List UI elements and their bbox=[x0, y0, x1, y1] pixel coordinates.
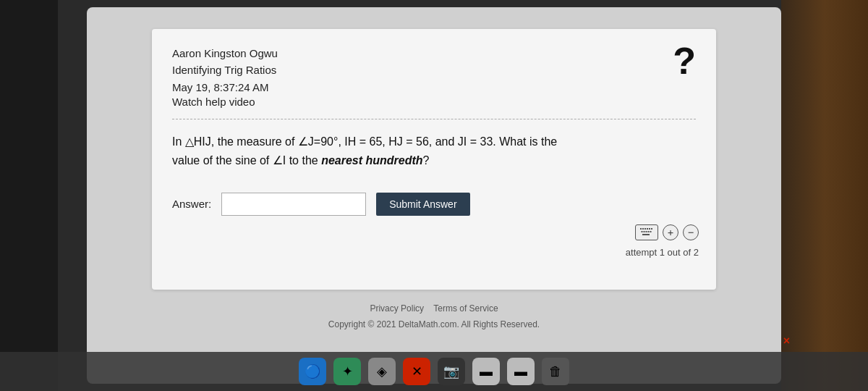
help-question-mark[interactable]: ? bbox=[673, 42, 696, 80]
zoom-in-button[interactable]: + bbox=[663, 224, 678, 240]
content-card: Aaron Kingston Ogwu Identifying Trig Rat… bbox=[152, 29, 716, 290]
keyboard-svg bbox=[640, 228, 653, 237]
dock-icon-app4[interactable]: ▬ bbox=[472, 358, 500, 385]
dock-finder-icon: 🔵 bbox=[305, 363, 320, 379]
svg-rect-7 bbox=[644, 231, 645, 232]
student-topic: Identifying Trig Ratios bbox=[172, 62, 278, 78]
keyboard-icon[interactable] bbox=[635, 224, 658, 240]
dock-icon-camera[interactable]: 📷 bbox=[438, 358, 465, 385]
svg-rect-8 bbox=[646, 231, 647, 232]
privacy-policy-link[interactable]: Privacy Policy bbox=[370, 303, 424, 314]
footer-copyright: Copyright © 2021 DeltaMath.com. All Righ… bbox=[328, 317, 540, 333]
monitor: Aaron Kingston Ogwu Identifying Trig Rat… bbox=[87, 7, 781, 384]
svg-rect-0 bbox=[640, 228, 642, 230]
svg-rect-2 bbox=[644, 228, 646, 230]
footer-links: Privacy Policy Terms of Service bbox=[328, 301, 540, 317]
svg-rect-4 bbox=[649, 228, 650, 230]
student-info: Aaron Kingston Ogwu Identifying Trig Rat… bbox=[172, 45, 278, 96]
dock-app3-icon: ✕ bbox=[412, 363, 422, 379]
footer: Privacy Policy Terms of Service Copyrigh… bbox=[328, 301, 540, 332]
watch-help-link[interactable]: Watch help video bbox=[172, 96, 255, 108]
problem-text: In △HIJ, the measure of ∠J=90°, IH = 65,… bbox=[172, 133, 696, 171]
bg-left bbox=[0, 0, 58, 391]
terms-of-service-link[interactable]: Terms of Service bbox=[433, 303, 498, 314]
problem-line1: In △HIJ, the measure of ∠J=90°, IH = 65,… bbox=[172, 135, 557, 148]
dock-bar: 🔵 ✦ ◈ ✕ 📷 ▬ ▬ 🗑 bbox=[0, 352, 868, 391]
toolbar-row: + − bbox=[635, 224, 699, 240]
dock-app1-icon: ✦ bbox=[342, 363, 353, 379]
student-datetime: May 19, 8:37:24 AM bbox=[172, 79, 278, 96]
student-name: Aaron Kingston Ogwu bbox=[172, 45, 278, 62]
dock-icon-app1[interactable]: ✦ bbox=[333, 358, 361, 385]
problem-italic: nearest hundredth bbox=[321, 154, 422, 167]
svg-rect-9 bbox=[648, 231, 650, 232]
answer-input[interactable] bbox=[221, 193, 366, 216]
dock-icon-trash[interactable]: 🗑 bbox=[542, 358, 569, 385]
problem-line2: value of the sine of ∠I to the nearest h… bbox=[172, 154, 430, 167]
dock-app5-icon: ▬ bbox=[514, 364, 527, 379]
dock-icon-app5[interactable]: ▬ bbox=[507, 358, 535, 385]
attempt-text: attempt 1 out of 2 bbox=[626, 247, 699, 258]
dock-app2-icon: ◈ bbox=[377, 363, 387, 379]
answer-row: Answer: Submit Answer bbox=[172, 193, 696, 216]
dock-trash-icon: 🗑 bbox=[549, 364, 562, 379]
svg-rect-10 bbox=[650, 231, 652, 232]
submit-button[interactable]: Submit Answer bbox=[376, 193, 469, 216]
dock-app4-icon: ▬ bbox=[480, 364, 493, 379]
zoom-out-button[interactable]: − bbox=[683, 224, 699, 240]
svg-rect-5 bbox=[651, 228, 652, 230]
dock-camera-icon: 📷 bbox=[443, 363, 459, 379]
card-header: Aaron Kingston Ogwu Identifying Trig Rat… bbox=[172, 45, 696, 96]
svg-rect-3 bbox=[647, 228, 648, 230]
answer-label: Answer: bbox=[172, 198, 211, 210]
dock-icon-finder[interactable]: 🔵 bbox=[299, 358, 326, 385]
svg-rect-1 bbox=[642, 228, 644, 230]
close-button[interactable]: × bbox=[783, 335, 790, 348]
svg-rect-6 bbox=[642, 231, 643, 232]
dock-icon-app3[interactable]: ✕ bbox=[403, 358, 430, 385]
section-divider bbox=[172, 119, 696, 119]
svg-rect-11 bbox=[642, 234, 650, 235]
dock-icon-app2[interactable]: ◈ bbox=[368, 358, 396, 385]
bg-wood bbox=[781, 0, 868, 391]
